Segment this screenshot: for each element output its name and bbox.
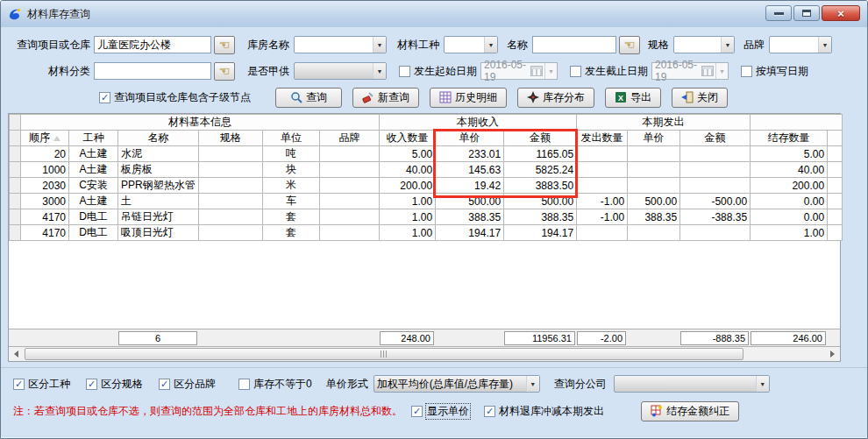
column-header[interactable]: 收入数量 <box>380 131 436 146</box>
fill-date-checkbox[interactable]: 按填写日期 <box>741 64 808 79</box>
history-detail-button[interactable]: 历史明细 <box>430 88 507 108</box>
chevron-down-icon[interactable]: ▼ <box>526 376 539 392</box>
cell[interactable] <box>199 178 263 194</box>
name-picker-button[interactable]: ☜ <box>619 36 640 54</box>
cell[interactable]: A土建 <box>69 194 118 209</box>
column-header[interactable]: 单价 <box>628 131 680 146</box>
cell[interactable]: D电工 <box>69 209 118 225</box>
column-header[interactable]: 单位 <box>263 131 320 146</box>
cell[interactable]: 1000 <box>21 162 69 178</box>
cell[interactable]: 500.00 <box>628 194 680 209</box>
include-sub-checkbox[interactable]: ✓ 查询项目或仓库包含子级节点 <box>99 90 251 105</box>
cell[interactable] <box>577 225 628 241</box>
cell[interactable]: 0.00 <box>751 209 828 225</box>
cell[interactable] <box>199 146 263 162</box>
chevron-down-icon[interactable]: ▼ <box>373 37 386 53</box>
column-header[interactable]: 金额 <box>504 131 577 146</box>
cell[interactable]: 吊链日光灯 <box>118 209 199 225</box>
distinguish-spec-checkbox[interactable]: ✓ 区分规格 <box>86 377 143 392</box>
cell[interactable]: D电工 <box>69 225 118 241</box>
cell[interactable] <box>577 178 628 194</box>
cell[interactable]: 1.00 <box>380 194 436 209</box>
cell[interactable] <box>199 194 263 209</box>
cell[interactable]: 块 <box>263 162 320 178</box>
cell[interactable]: -1.00 <box>577 209 628 225</box>
cell[interactable]: 200.00 <box>380 178 436 194</box>
project-input[interactable] <box>94 36 211 53</box>
cell[interactable]: 388.35 <box>436 209 504 225</box>
name-input[interactable] <box>532 36 616 53</box>
cell[interactable]: 4170 <box>21 225 69 241</box>
cell[interactable] <box>628 178 680 194</box>
cell[interactable]: 20 <box>21 146 69 162</box>
column-header[interactable]: 工种 <box>69 131 118 146</box>
cell[interactable] <box>320 194 380 209</box>
cell[interactable] <box>320 162 380 178</box>
scrollbar-thumb[interactable] <box>25 348 743 360</box>
chevron-down-icon[interactable]: ▼ <box>373 63 386 79</box>
cell[interactable]: 3883.50 <box>504 178 577 194</box>
column-header[interactable]: 名称 <box>118 131 199 146</box>
close-button[interactable]: × <box>822 5 860 21</box>
checkbox-checked-icon[interactable]: ✓ <box>86 379 97 390</box>
titlebar[interactable]: 材料库存查询 × <box>1 1 867 27</box>
cell[interactable] <box>199 209 263 225</box>
chevron-down-icon[interactable]: ▼ <box>544 63 557 79</box>
chevron-down-icon[interactable]: ▼ <box>818 37 831 53</box>
column-header[interactable]: 金额 <box>680 131 751 146</box>
cell[interactable]: 5.00 <box>751 146 828 162</box>
column-header[interactable]: 结存数量 <box>751 131 828 146</box>
cell[interactable]: 米 <box>263 178 320 194</box>
cell[interactable] <box>680 178 751 194</box>
query-button[interactable]: 查询 <box>275 88 342 108</box>
cell[interactable]: 板房板 <box>118 162 199 178</box>
worktype-combobox[interactable]: ▼ <box>444 36 498 53</box>
row-selector[interactable] <box>10 146 21 162</box>
column-header[interactable]: 顺序 <box>21 131 69 146</box>
balance-fix-button[interactable]: 结存金额纠正 <box>641 401 739 421</box>
column-header[interactable]: 发出数量 <box>577 131 628 146</box>
checkbox-icon[interactable] <box>238 379 250 390</box>
horizontal-scrollbar[interactable] <box>9 346 840 361</box>
cell[interactable] <box>680 162 751 178</box>
cell[interactable]: 40.00 <box>751 162 828 178</box>
cell[interactable]: 145.63 <box>436 162 504 178</box>
cell[interactable]: -388.35 <box>680 209 751 225</box>
cell[interactable] <box>320 178 380 194</box>
cell[interactable]: 3000 <box>21 194 69 209</box>
cell[interactable]: 2030 <box>21 178 69 194</box>
end-date-picker[interactable]: 2016-05-19 ▼ <box>651 62 729 80</box>
checkbox-icon[interactable] <box>570 66 581 77</box>
stock-nonzero-checkbox[interactable]: 库存不等于0 <box>238 377 312 392</box>
cell[interactable] <box>628 225 680 241</box>
cell[interactable]: 194.17 <box>504 225 577 241</box>
row-selector[interactable] <box>10 194 21 209</box>
cell[interactable]: A土建 <box>69 146 118 162</box>
row-selector[interactable] <box>10 209 21 225</box>
distinguish-worktype-checkbox[interactable]: ✓ 区分工种 <box>13 377 70 392</box>
cell[interactable]: 388.35 <box>504 209 577 225</box>
cell[interactable]: C安装 <box>69 178 118 194</box>
price-form-combobox[interactable]: 加权平均价(总库值/总库存量) ▼ <box>374 375 540 393</box>
scroll-left-button[interactable] <box>9 347 24 361</box>
checkbox-checked-icon[interactable]: ✓ <box>411 406 423 417</box>
minimize-button[interactable] <box>765 5 792 21</box>
cell[interactable]: 水泥 <box>118 146 199 162</box>
cell[interactable]: 吨 <box>263 146 320 162</box>
row-selector[interactable] <box>10 178 21 194</box>
return-offset-checkbox[interactable]: ✓ 材料退库冲减本期发出 <box>484 404 604 419</box>
chevron-down-icon[interactable]: ▼ <box>721 37 734 53</box>
cell[interactable]: A土建 <box>69 162 118 178</box>
show-price-checkbox[interactable]: ✓ 显示单价 <box>411 404 470 419</box>
scrollbar-track[interactable] <box>24 347 825 361</box>
cell[interactable]: -500.00 <box>680 194 751 209</box>
scroll-right-button[interactable] <box>825 347 840 361</box>
supply-combobox[interactable]: ▼ <box>294 62 387 80</box>
start-date-picker[interactable]: 2016-05-19 ▼ <box>480 62 558 80</box>
cell[interactable]: 土 <box>118 194 199 209</box>
row-selector[interactable] <box>10 162 21 178</box>
cell[interactable] <box>680 225 751 241</box>
stock-distribution-button[interactable]: 库存分布 <box>517 88 594 108</box>
cell[interactable]: 5825.24 <box>504 162 577 178</box>
cell[interactable]: 19.42 <box>436 178 504 194</box>
